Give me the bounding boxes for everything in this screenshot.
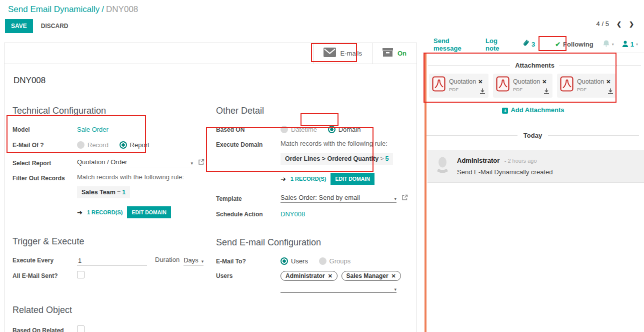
close-icon[interactable]: ✕ [478,79,482,85]
select-report-dropdown[interactable]: Quotation / Order ▾ [77,158,193,167]
download-icon[interactable] [544,87,550,96]
execute-every-label: Execute Every [12,255,77,264]
all-email-sent-row: All E-Mail Sent? [12,270,205,281]
template-label: Template [216,194,280,203]
message-timestamp: - 2 hours ago [504,158,537,164]
filter-edit-domain-button[interactable]: EDIT DOMAIN [127,206,170,218]
attachment-card[interactable]: Quotation✕ PDF [493,74,552,98]
attachments-button[interactable]: 3 [522,40,535,49]
execute-domain-row: Execute Domain Match records with the fo… [216,140,408,185]
breadcrumb-separator: / [102,5,104,14]
execute-records-link[interactable]: 1 RECORD(S) [290,176,326,182]
following-button[interactable]: ✔ Following [555,41,594,48]
based-on-row: Based ON Datetime Domain [216,124,408,135]
chevron-left-icon[interactable]: ❮ [616,21,622,28]
dropdown-caret-icon: ▾ [202,259,204,264]
email-of-label: E-Mail Of ? [12,140,77,149]
user-tag[interactable]: Sales Manager✕ [342,271,401,281]
select-report-row: Select Report Quotation / Order ▾ [12,157,205,168]
datetime-radio[interactable] [280,126,288,133]
send-message-tab[interactable]: Send message [434,37,472,52]
duration-value: Days [184,256,198,264]
users-input[interactable]: ▾ [280,287,396,293]
based-on-related-checkbox[interactable] [77,325,84,332]
arrow-right-icon: ➔ [280,175,286,183]
send-email-configuration-heading: Send E-mail Configuration [216,237,408,248]
filter-records-link[interactable]: 1 RECORD(S) [87,209,123,215]
download-icon[interactable] [480,87,486,96]
trigger-execute-heading: Trigger & Execute [12,236,205,247]
close-icon[interactable]: ✕ [392,273,396,279]
schedule-action-link[interactable]: DNY008 [280,210,305,218]
breadcrumb-parent-link[interactable]: Send Email Dynamically [8,5,100,14]
user-tag[interactable]: Administrator✕ [280,271,338,281]
template-dropdown[interactable]: Sales Order: Send by email ▾ [280,194,396,203]
execute-records-line: ➔ 1 RECORD(S) EDIT DOMAIN [280,173,393,185]
execute-rule-field: Order Lines > Ordered Quantity [285,155,378,162]
report-radio[interactable] [120,141,127,149]
active-toggle-button[interactable]: On [372,43,416,64]
dropdown-caret-icon: ▾ [394,196,396,201]
execute-edit-domain-button[interactable]: EDIT DOMAIN [330,173,374,185]
save-button[interactable]: SAVE [5,19,33,33]
execute-every-input[interactable] [77,256,147,265]
based-on-label: Based ON [216,125,280,134]
left-column: Technical Configuration Model Sale Order… [12,106,205,332]
users-label: Users [216,271,280,280]
follower-count: 1 [630,41,634,48]
chevron-right-icon[interactable]: ❯ [629,21,634,28]
date-divider: Today [426,132,639,139]
discard-button[interactable]: DISCARD [41,23,68,30]
report-radio-option[interactable]: Report [120,141,150,149]
download-icon[interactable] [608,87,614,96]
record-radio-option[interactable]: Record [77,141,108,149]
email-to-label: E-Mail To? [216,256,280,265]
template-row: Template Sales Order: Send by email ▾ [216,193,408,204]
envelope-icon [324,48,336,59]
subscription-dropdown[interactable]: ▾ [602,40,614,49]
close-icon[interactable]: ✕ [328,273,332,279]
message-author[interactable]: Administrator [457,157,500,164]
groups-radio-option[interactable]: Groups [319,257,351,265]
filter-out-records-label: Filter Out Records [12,173,77,182]
users-radio-option[interactable]: Users [280,257,308,265]
attachment-card[interactable]: Quotation✕ PDF [557,74,616,98]
close-icon[interactable]: ✕ [542,79,546,85]
chatter-panel: Send message Log note 3 ✔ Following [422,36,644,183]
all-email-sent-checkbox[interactable] [77,271,84,278]
record-title: DNY008 [14,76,408,86]
template-value: Sales Order: Send by email [280,194,360,201]
email-of-row: E-Mail Of ? Record Report [12,139,205,150]
domain-radio[interactable] [328,126,336,133]
duration-dropdown[interactable]: Days ▾ [184,256,204,265]
user-tag-label: Sales Manager [346,272,388,279]
bell-icon [602,40,610,49]
emails-stat-button[interactable]: E-mails [313,43,372,64]
attachment-name: Quotation [577,78,604,85]
user-icon [622,40,628,49]
model-value-link[interactable]: Sale Order [77,126,108,133]
user-tag-label: Administrator [286,272,325,279]
external-link-icon[interactable] [402,194,408,202]
record-radio[interactable] [77,141,84,149]
groups-radio[interactable] [319,257,326,265]
dropdown-caret-icon: ▾ [394,287,396,292]
external-link-icon[interactable] [198,159,204,167]
log-note-tab[interactable]: Log note [486,37,508,52]
pager: 4 / 5 ❮ ❯ [596,20,634,28]
execute-domain-rule-chip: Order Lines > Ordered Quantity>5 [280,153,393,165]
users-radio-label: Users [291,257,308,265]
users-radio[interactable] [280,257,288,265]
add-attachments-button[interactable]: +Add Attachments [422,106,644,114]
close-icon[interactable]: ✕ [606,79,610,85]
attachment-type: PDF [513,87,546,92]
followers-dropdown[interactable]: 1 ▾ [622,40,638,49]
caret-down-icon: ▾ [636,42,638,47]
domain-radio-label: Domain [338,126,361,133]
attachment-card[interactable]: Quotation✕ PDF [429,74,488,98]
datetime-radio-option[interactable]: Datetime [280,126,317,133]
select-report-label: Select Report [12,158,77,167]
sheet-body: DNY008 Technical Configuration Model Sal… [4,64,416,332]
domain-radio-option[interactable]: Domain [328,126,361,133]
plus-icon: + [502,108,508,114]
